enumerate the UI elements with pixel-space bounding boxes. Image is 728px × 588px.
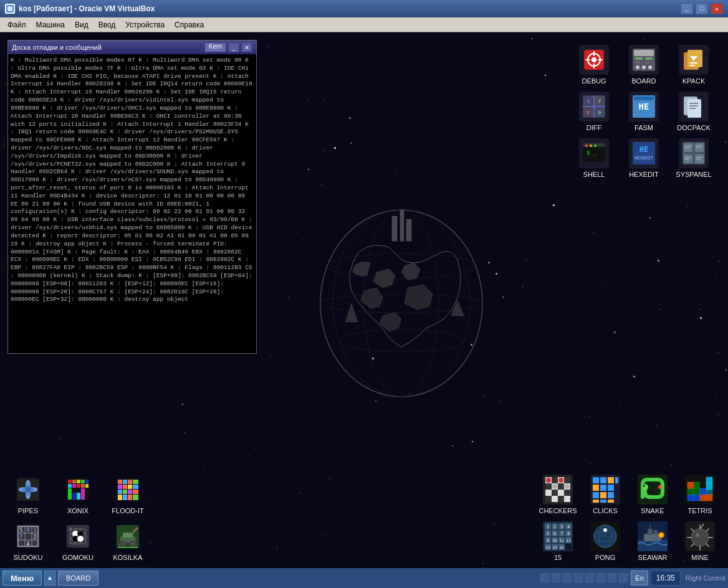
icon-board[interactable]: BOARD — [622, 45, 666, 85]
svg-rect-153 — [552, 477, 558, 483]
svg-point-189 — [658, 485, 662, 489]
svg-text:15: 15 — [559, 545, 564, 549]
svg-rect-158 — [558, 483, 564, 490]
svg-rect-178 — [600, 485, 606, 491]
menu-view[interactable]: Вид — [70, 19, 93, 31]
svg-rect-91 — [77, 484, 80, 488]
icon-syspanel[interactable]: SYSPANEL — [672, 138, 716, 179]
language-button[interactable]: En — [631, 571, 648, 586]
svg-text:2: 2 — [587, 110, 590, 115]
svg-rect-108 — [123, 490, 127, 494]
right-control-hint: Right Control — [686, 574, 726, 582]
minimize-button[interactable]: _ — [681, 3, 693, 14]
bottom-right-icons-row1: CHECKERS — [536, 475, 722, 515]
kern-button[interactable]: Kern — [204, 42, 226, 52]
close-button[interactable]: ✕ — [711, 3, 723, 14]
shell-icon-img: $ _ — [579, 138, 609, 168]
svg-rect-25 — [645, 61, 650, 64]
svg-text:$ _: $ _ — [587, 149, 597, 156]
seawar-icon-label: SEAWAR — [638, 554, 668, 562]
docpack-icon-label: DOCPACK — [677, 124, 711, 132]
icon-checkers[interactable]: CHECKERS — [536, 475, 580, 515]
debug-log-content[interactable]: K : Multiword DMA possible modes 07 K : … — [8, 54, 256, 353]
debug-minimize-button[interactable]: _ — [228, 42, 239, 52]
maximize-button[interactable]: □ — [696, 3, 708, 14]
icon-pong[interactable]: PONG — [583, 521, 627, 562]
icon-docpack[interactable]: DOCPACK — [672, 92, 716, 132]
svg-rect-246 — [654, 530, 658, 535]
kosilka-icon-img — [113, 521, 143, 551]
tray-icon-1 — [540, 573, 550, 583]
svg-point-15 — [592, 57, 596, 62]
icon-mine[interactable]: MINE — [678, 521, 722, 562]
start-button[interactable]: Меню — [2, 571, 42, 586]
icon-flood-it[interactable]: FLOOD-IT — [106, 475, 150, 515]
svg-rect-23 — [635, 61, 640, 64]
icon-kosilka[interactable]: KOSILKA — [106, 521, 150, 562]
icon-tetris[interactable]: TETRIS — [678, 475, 722, 515]
icon-snake[interactable]: SNAKE — [631, 475, 674, 515]
svg-rect-162 — [558, 490, 564, 496]
system-tray — [540, 573, 628, 583]
tray-icon-6 — [596, 573, 606, 583]
icon-shell[interactable]: $ _ SHELL — [572, 138, 616, 179]
menu-help[interactable]: Справка — [170, 19, 209, 31]
clicks-icon-img — [590, 475, 620, 505]
seawar-icon-img — [638, 521, 668, 551]
tray-icon-8 — [618, 573, 628, 583]
svg-rect-180 — [593, 492, 599, 498]
icon-debug[interactable]: DEBUG — [572, 45, 616, 85]
svg-text:14: 14 — [552, 545, 557, 549]
globe-graphic — [218, 64, 585, 531]
svg-rect-195 — [687, 488, 694, 495]
titlebar-title: kos [Работает] - Oracle VM VirtualBox — [19, 4, 155, 13]
menu-file[interactable]: Файл — [2, 19, 31, 31]
svg-point-79 — [19, 488, 22, 491]
menu-input[interactable]: Ввод — [93, 19, 121, 31]
svg-rect-160 — [545, 490, 552, 496]
titlebar: kos [Работает] - Oracle VM VirtualBox _ … — [0, 0, 728, 17]
svg-text:13: 13 — [545, 545, 550, 549]
sudoku-icon-label: SUDOKU — [13, 554, 42, 562]
taskbar-board-app[interactable]: BOARD — [58, 571, 98, 586]
icon-seawar[interactable]: SEAWAR — [631, 521, 674, 562]
menu-devices[interactable]: Устройства — [120, 19, 170, 31]
tray-icon-5 — [585, 573, 595, 583]
xonix-icon-label: XONIX — [67, 507, 89, 515]
icon-gomoku[interactable]: GOMOKU — [56, 521, 100, 562]
svg-rect-165 — [552, 496, 558, 502]
svg-rect-51 — [689, 108, 696, 109]
debug-close-button[interactable]: ✕ — [241, 42, 252, 52]
svg-rect-106 — [133, 485, 138, 489]
icon-xonix[interactable]: XONIX — [56, 475, 100, 515]
svg-rect-174 — [600, 477, 606, 483]
svg-rect-84 — [68, 480, 72, 483]
svg-rect-179 — [608, 485, 614, 491]
icon-kpack[interactable]: KPACK — [672, 45, 716, 85]
taskbar-arrow[interactable]: ▲ — [44, 571, 55, 586]
svg-rect-73 — [696, 157, 702, 158]
svg-rect-100 — [123, 480, 127, 484]
svg-rect-96 — [77, 493, 80, 500]
clock-display: 16:35 — [651, 571, 681, 586]
icon-diff[interactable]: 3 7 2 9 DIFF — [572, 92, 616, 132]
svg-point-148 — [132, 543, 134, 545]
svg-rect-144 — [123, 533, 133, 538]
board-icon-img — [629, 45, 659, 75]
mine-icon-label: MINE — [691, 554, 709, 562]
icon-clicks[interactable]: CLICKS — [583, 475, 627, 515]
icon-fasm[interactable]: HE FASM — [622, 92, 666, 132]
icon-pipes[interactable]: PIPES — [6, 475, 50, 515]
svg-rect-114 — [133, 495, 138, 500]
svg-rect-234 — [565, 544, 572, 550]
svg-point-171 — [565, 484, 570, 489]
icon-sudoku[interactable]: 5 9 7 2 4 1 SUDOKU — [6, 521, 50, 562]
svg-rect-50 — [689, 105, 698, 107]
svg-rect-155 — [564, 477, 570, 483]
icon-15[interactable]: 1 2 3 4 5 6 7 8 9 — [536, 521, 580, 562]
svg-rect-70 — [696, 148, 701, 148]
menu-machine[interactable]: Машина — [31, 19, 70, 31]
svg-rect-194 — [706, 495, 712, 501]
svg-rect-243 — [638, 540, 668, 551]
icon-hexedit[interactable]: HE HEXEDIT HEXEDIT — [622, 138, 666, 179]
